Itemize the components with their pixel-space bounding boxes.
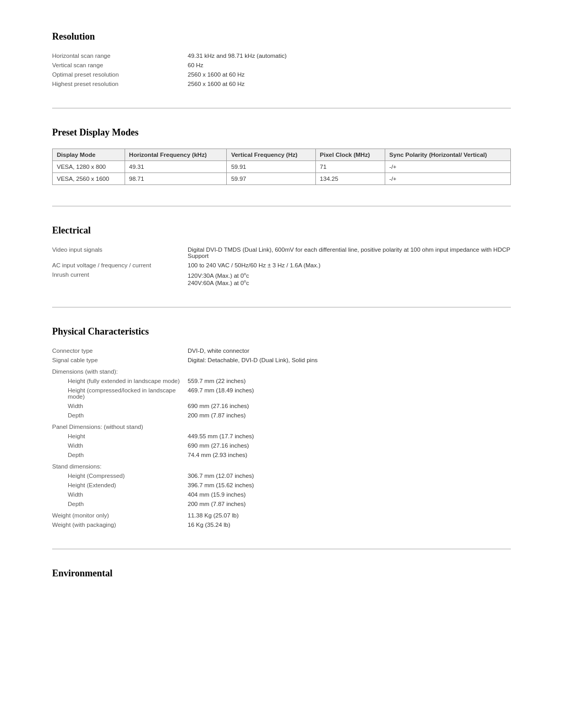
spec-value: 306.7 mm (12.07 inches) xyxy=(188,473,511,479)
spec-label: Width xyxy=(52,442,188,449)
spec-row-stand-width: Width 404 mm (15.9 inches) xyxy=(52,491,511,498)
physical-title: Physical Characteristics xyxy=(52,326,511,337)
spec-label: Weight (monitor only) xyxy=(52,512,188,519)
spec-label: Depth xyxy=(52,501,188,507)
spec-label: Optimal preset resolution xyxy=(52,71,188,78)
environmental-title: Environmental xyxy=(52,568,511,579)
spec-value: 690 mm (27.16 inches) xyxy=(188,403,511,409)
spec-row-stand-height-extended: Height (Extended) 396.7 mm (15.62 inches… xyxy=(52,482,511,488)
spec-value: 200 mm (7.87 inches) xyxy=(188,501,511,507)
cell-v-freq: 59.91 xyxy=(227,161,315,173)
spec-row-highest-resolution: Highest preset resolution 2560 x 1600 at… xyxy=(52,81,511,87)
spec-value: Digital DVI-D TMDS (Dual Link), 600mV fo… xyxy=(188,246,511,259)
physical-characteristics-section: Physical Characteristics Connector type … xyxy=(52,326,511,528)
spec-label: Width xyxy=(52,491,188,498)
environmental-section: Environmental xyxy=(52,568,511,579)
physical-specs: Connector type DVI-D, white connector Si… xyxy=(52,348,511,528)
spec-row-inrush: Inrush current 120V:30A (Max.) at 0oc 24… xyxy=(52,272,511,286)
spec-row-optimal-resolution: Optimal preset resolution 2560 x 1600 at… xyxy=(52,71,511,78)
spec-row-panel-depth: Depth 74.4 mm (2.93 inches) xyxy=(52,452,511,458)
spec-label: Connector type xyxy=(52,348,188,354)
cell-display-mode: VESA, 2560 x 1600 xyxy=(53,173,125,185)
spec-label: Height (fully extended in landscape mode… xyxy=(52,378,188,384)
spec-row-depth: Depth 200 mm (7.87 inches) xyxy=(52,412,511,418)
cell-h-freq: 98.71 xyxy=(125,173,227,185)
spec-value: 469.7 mm (18.49 inches) xyxy=(188,387,511,400)
divider-resolution xyxy=(52,108,511,108)
resolution-title: Resolution xyxy=(52,31,511,42)
spec-label: Vertical scan range xyxy=(52,62,188,68)
spec-row-height-extended: Height (fully extended in landscape mode… xyxy=(52,378,511,384)
preset-display-modes-title: Preset Display Modes xyxy=(52,127,511,138)
spec-value: DVI-D, white connector xyxy=(188,348,511,354)
table-row: VESA, 2560 x 1600 98.71 59.97 134.25 -/+ xyxy=(53,173,511,185)
spec-value: 559.7 mm (22 inches) xyxy=(188,378,511,384)
cell-pixel-clock: 71 xyxy=(315,161,385,173)
spec-label: Weight (with packaging) xyxy=(52,522,188,528)
cell-pixel-clock: 134.25 xyxy=(315,173,385,185)
col-header-display-mode: Display Mode xyxy=(53,149,125,161)
spec-value: 100 to 240 VAC / 50Hz/60 Hz ± 3 Hz / 1.6… xyxy=(188,262,511,268)
spec-label: Depth xyxy=(52,452,188,458)
spec-label: Height (compressed/locked in landscape m… xyxy=(52,387,188,400)
spec-value xyxy=(188,424,511,430)
table-row: VESA, 1280 x 800 49.31 59.91 71 -/+ xyxy=(53,161,511,173)
spec-row-video-input: Video input signals Digital DVI-D TMDS (… xyxy=(52,246,511,259)
spec-row-width: Width 690 mm (27.16 inches) xyxy=(52,403,511,409)
spec-value: 16 Kg (35.24 lb) xyxy=(188,522,511,528)
spec-label: Height (Compressed) xyxy=(52,473,188,479)
spec-label: Signal cable type xyxy=(52,357,188,363)
spec-row-ac-input: AC input voltage / frequency / current 1… xyxy=(52,262,511,268)
spec-value: 2560 x 1600 at 60 Hz xyxy=(188,81,511,87)
spec-label: Height (Extended) xyxy=(52,482,188,488)
spec-row-panel-dims-label: Panel Dimensions: (without stand) xyxy=(52,424,511,430)
spec-value: 449.55 mm (17.7 inches) xyxy=(188,433,511,439)
spec-label: Panel Dimensions: (without stand) xyxy=(52,424,188,430)
spec-label: Width xyxy=(52,403,188,409)
spec-value: 11.38 Kg (25.07 lb) xyxy=(188,512,511,519)
preset-display-modes-section: Preset Display Modes Display Mode Horizo… xyxy=(52,127,511,185)
cell-sync-polarity: -/+ xyxy=(385,173,510,185)
cell-sync-polarity: -/+ xyxy=(385,161,510,173)
spec-row-vertical-scan: Vertical scan range 60 Hz xyxy=(52,62,511,68)
divider-physical xyxy=(52,549,511,549)
spec-value: Digital: Detachable, DVI-D (Dual Link), … xyxy=(188,357,511,363)
spec-row-stand-depth: Depth 200 mm (7.87 inches) xyxy=(52,501,511,507)
spec-row-height-compressed: Height (compressed/locked in landscape m… xyxy=(52,387,511,400)
spec-value: 396.7 mm (15.62 inches) xyxy=(188,482,511,488)
divider-preset xyxy=(52,206,511,206)
electrical-specs: Video input signals Digital DVI-D TMDS (… xyxy=(52,246,511,286)
spec-value: 49.31 kHz and 98.71 kHz (automatic) xyxy=(188,53,511,59)
spec-value: 74.4 mm (2.93 inches) xyxy=(188,452,511,458)
display-modes-table: Display Mode Horizontal Frequency (kHz) … xyxy=(52,149,511,185)
spec-label: Depth xyxy=(52,412,188,418)
cell-display-mode: VESA, 1280 x 800 xyxy=(53,161,125,173)
electrical-title: Electrical xyxy=(52,225,511,236)
spec-label: Stand dimensions: xyxy=(52,463,188,470)
spec-label: Highest preset resolution xyxy=(52,81,188,87)
resolution-specs: Horizontal scan range 49.31 kHz and 98.7… xyxy=(52,53,511,87)
electrical-section: Electrical Video input signals Digital D… xyxy=(52,225,511,286)
resolution-section: Resolution Horizontal scan range 49.31 k… xyxy=(52,31,511,87)
spec-row-signal-cable: Signal cable type Digital: Detachable, D… xyxy=(52,357,511,363)
spec-row-dims-with-stand-label: Dimensions (with stand): xyxy=(52,368,511,375)
spec-row-stand-height-compressed: Height (Compressed) 306.7 mm (12.07 inch… xyxy=(52,473,511,479)
spec-value: 404 mm (15.9 inches) xyxy=(188,491,511,498)
col-header-v-freq: Vertical Frequency (Hz) xyxy=(227,149,315,161)
spec-label: Video input signals xyxy=(52,246,188,259)
spec-row-weight-monitor: Weight (monitor only) 11.38 Kg (25.07 lb… xyxy=(52,512,511,519)
spec-row-horizontal-scan: Horizontal scan range 49.31 kHz and 98.7… xyxy=(52,53,511,59)
cell-h-freq: 49.31 xyxy=(125,161,227,173)
cell-v-freq: 59.97 xyxy=(227,173,315,185)
spec-row-panel-width: Width 690 mm (27.16 inches) xyxy=(52,442,511,449)
spec-value: 60 Hz xyxy=(188,62,511,68)
spec-label: Inrush current xyxy=(52,272,188,286)
spec-value xyxy=(188,463,511,470)
spec-label: Dimensions (with stand): xyxy=(52,368,188,375)
spec-row-connector-type: Connector type DVI-D, white connector xyxy=(52,348,511,354)
table-header-row: Display Mode Horizontal Frequency (kHz) … xyxy=(53,149,511,161)
spec-value: 200 mm (7.87 inches) xyxy=(188,412,511,418)
spec-label: Height xyxy=(52,433,188,439)
col-header-sync-polarity: Sync Polarity (Horizontal/ Vertical) xyxy=(385,149,510,161)
spec-row-panel-height: Height 449.55 mm (17.7 inches) xyxy=(52,433,511,439)
